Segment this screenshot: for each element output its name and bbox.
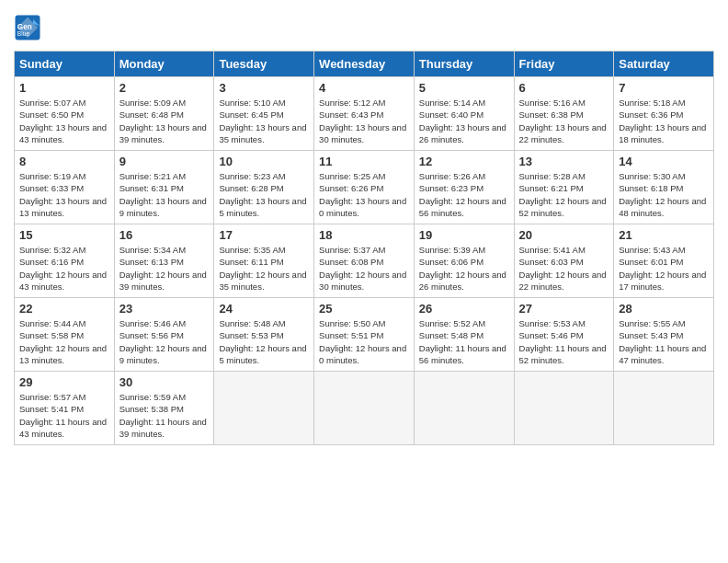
day-cell: 20 Sunrise: 5:41 AMSunset: 6:03 PMDaylig…: [514, 224, 614, 298]
day-number: 19: [419, 228, 509, 242]
day-number: 10: [219, 155, 309, 168]
day-cell: 5 Sunrise: 5:14 AMSunset: 6:40 PMDayligh…: [414, 77, 514, 151]
week-row-2: 8 Sunrise: 5:19 AMSunset: 6:33 PMDayligh…: [15, 151, 714, 224]
logo: Gen Blue: [14, 14, 44, 41]
day-cell: [314, 372, 415, 445]
day-info: Sunrise: 5:10 AMSunset: 6:45 PMDaylight:…: [219, 97, 309, 145]
day-cell: 19 Sunrise: 5:39 AMSunset: 6:06 PMDaylig…: [414, 224, 514, 298]
day-number: 30: [119, 375, 210, 389]
day-cell: 22 Sunrise: 5:44 AMSunset: 5:58 PMDaylig…: [15, 298, 115, 372]
col-saturday: Saturday: [614, 52, 714, 77]
day-cell: 11 Sunrise: 5:25 AMSunset: 6:26 PMDaylig…: [314, 151, 415, 224]
day-number: 8: [19, 155, 109, 168]
day-cell: 17 Sunrise: 5:35 AMSunset: 6:11 PMDaylig…: [214, 224, 314, 298]
day-info: Sunrise: 5:43 AMSunset: 6:01 PMDaylight:…: [619, 244, 709, 293]
day-number: 21: [619, 228, 709, 242]
logo-icon: Gen Blue: [14, 14, 41, 41]
day-info: Sunrise: 5:19 AMSunset: 6:33 PMDaylight:…: [19, 170, 109, 219]
day-cell: 23 Sunrise: 5:46 AMSunset: 5:56 PMDaylig…: [114, 298, 214, 372]
day-number: 9: [119, 155, 210, 168]
day-cell: [214, 372, 314, 445]
day-cell: 21 Sunrise: 5:43 AMSunset: 6:01 PMDaylig…: [614, 224, 714, 298]
day-cell: 14 Sunrise: 5:30 AMSunset: 6:18 PMDaylig…: [614, 151, 714, 224]
day-cell: 29 Sunrise: 5:57 AMSunset: 5:41 PMDaylig…: [15, 372, 115, 445]
day-info: Sunrise: 5:59 AMSunset: 5:38 PMDaylight:…: [119, 391, 210, 440]
day-info: Sunrise: 5:23 AMSunset: 6:28 PMDaylight:…: [219, 170, 309, 219]
day-cell: 27 Sunrise: 5:53 AMSunset: 5:46 PMDaylig…: [514, 298, 614, 372]
col-monday: Monday: [114, 52, 214, 77]
day-info: Sunrise: 5:14 AMSunset: 6:40 PMDaylight:…: [419, 97, 509, 145]
day-info: Sunrise: 5:09 AMSunset: 6:48 PMDaylight:…: [119, 97, 210, 145]
day-info: Sunrise: 5:07 AMSunset: 6:50 PMDaylight:…: [19, 97, 109, 145]
day-cell: 7 Sunrise: 5:18 AMSunset: 6:36 PMDayligh…: [614, 77, 714, 151]
day-cell: [414, 372, 514, 445]
day-info: Sunrise: 5:55 AMSunset: 5:43 PMDaylight:…: [619, 317, 709, 366]
day-number: 22: [19, 302, 109, 316]
day-info: Sunrise: 5:41 AMSunset: 6:03 PMDaylight:…: [519, 244, 609, 293]
col-wednesday: Wednesday: [314, 52, 415, 77]
day-cell: 9 Sunrise: 5:21 AMSunset: 6:31 PMDayligh…: [114, 151, 214, 224]
day-info: Sunrise: 5:52 AMSunset: 5:48 PMDaylight:…: [419, 317, 509, 366]
day-info: Sunrise: 5:46 AMSunset: 5:56 PMDaylight:…: [119, 317, 210, 366]
col-friday: Friday: [514, 52, 614, 77]
svg-text:Gen: Gen: [17, 23, 32, 31]
day-number: 5: [419, 81, 509, 95]
day-info: Sunrise: 5:37 AMSunset: 6:08 PMDaylight:…: [319, 244, 409, 293]
svg-text:Blue: Blue: [17, 30, 30, 37]
day-number: 12: [419, 155, 509, 168]
day-info: Sunrise: 5:21 AMSunset: 6:31 PMDaylight:…: [119, 170, 210, 219]
day-number: 13: [519, 155, 609, 168]
day-cell: 8 Sunrise: 5:19 AMSunset: 6:33 PMDayligh…: [15, 151, 115, 224]
day-cell: 2 Sunrise: 5:09 AMSunset: 6:48 PMDayligh…: [114, 77, 214, 151]
day-number: 16: [119, 228, 210, 242]
day-number: 11: [319, 155, 409, 168]
col-tuesday: Tuesday: [214, 52, 314, 77]
day-info: Sunrise: 5:57 AMSunset: 5:41 PMDaylight:…: [19, 391, 109, 440]
day-info: Sunrise: 5:16 AMSunset: 6:38 PMDaylight:…: [519, 97, 609, 145]
day-cell: 13 Sunrise: 5:28 AMSunset: 6:21 PMDaylig…: [514, 151, 614, 224]
day-info: Sunrise: 5:53 AMSunset: 5:46 PMDaylight:…: [519, 317, 609, 366]
day-info: Sunrise: 5:18 AMSunset: 6:36 PMDaylight:…: [619, 97, 709, 145]
day-number: 24: [219, 302, 309, 316]
day-info: Sunrise: 5:48 AMSunset: 5:53 PMDaylight:…: [219, 317, 309, 366]
day-cell: 28 Sunrise: 5:55 AMSunset: 5:43 PMDaylig…: [614, 298, 714, 372]
day-number: 6: [519, 81, 609, 95]
day-number: 3: [219, 81, 309, 95]
day-number: 15: [19, 228, 109, 242]
day-cell: 18 Sunrise: 5:37 AMSunset: 6:08 PMDaylig…: [314, 224, 415, 298]
day-cell: [614, 372, 714, 445]
day-info: Sunrise: 5:12 AMSunset: 6:43 PMDaylight:…: [319, 97, 409, 145]
col-thursday: Thursday: [414, 52, 514, 77]
day-number: 14: [619, 155, 709, 168]
day-info: Sunrise: 5:34 AMSunset: 6:13 PMDaylight:…: [119, 244, 210, 293]
day-number: 2: [119, 81, 210, 95]
day-number: 26: [419, 302, 509, 316]
day-info: Sunrise: 5:39 AMSunset: 6:06 PMDaylight:…: [419, 244, 509, 293]
day-number: 28: [619, 302, 709, 316]
week-row-4: 22 Sunrise: 5:44 AMSunset: 5:58 PMDaylig…: [15, 298, 714, 372]
day-info: Sunrise: 5:28 AMSunset: 6:21 PMDaylight:…: [519, 170, 609, 219]
day-number: 23: [119, 302, 210, 316]
day-number: 27: [519, 302, 609, 316]
header: Gen Blue: [14, 14, 714, 41]
col-sunday: Sunday: [15, 52, 115, 77]
day-number: 25: [319, 302, 409, 316]
day-cell: 12 Sunrise: 5:26 AMSunset: 6:23 PMDaylig…: [414, 151, 514, 224]
day-info: Sunrise: 5:30 AMSunset: 6:18 PMDaylight:…: [619, 170, 709, 219]
calendar-table: Sunday Monday Tuesday Wednesday Thursday…: [14, 51, 714, 445]
day-info: Sunrise: 5:26 AMSunset: 6:23 PMDaylight:…: [419, 170, 509, 219]
week-row-1: 1 Sunrise: 5:07 AMSunset: 6:50 PMDayligh…: [15, 77, 714, 151]
page-container: Gen Blue Sunday Monday Tuesday Wednesday…: [14, 14, 714, 445]
day-number: 17: [219, 228, 309, 242]
day-number: 20: [519, 228, 609, 242]
week-row-5: 29 Sunrise: 5:57 AMSunset: 5:41 PMDaylig…: [15, 372, 714, 445]
day-cell: 10 Sunrise: 5:23 AMSunset: 6:28 PMDaylig…: [214, 151, 314, 224]
header-row: Sunday Monday Tuesday Wednesday Thursday…: [15, 52, 714, 77]
day-cell: 1 Sunrise: 5:07 AMSunset: 6:50 PMDayligh…: [15, 77, 115, 151]
day-info: Sunrise: 5:32 AMSunset: 6:16 PMDaylight:…: [19, 244, 109, 293]
day-cell: 26 Sunrise: 5:52 AMSunset: 5:48 PMDaylig…: [414, 298, 514, 372]
day-cell: 15 Sunrise: 5:32 AMSunset: 6:16 PMDaylig…: [15, 224, 115, 298]
day-cell: 30 Sunrise: 5:59 AMSunset: 5:38 PMDaylig…: [114, 372, 214, 445]
day-number: 7: [619, 81, 709, 95]
day-info: Sunrise: 5:35 AMSunset: 6:11 PMDaylight:…: [219, 244, 309, 293]
